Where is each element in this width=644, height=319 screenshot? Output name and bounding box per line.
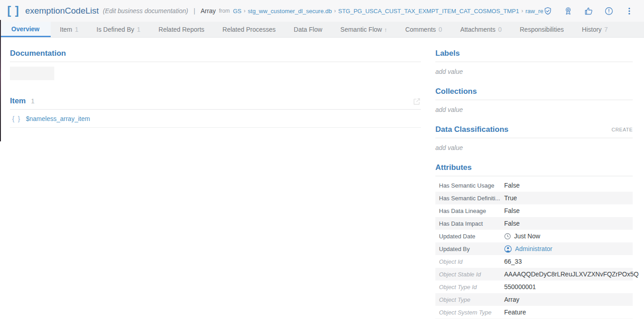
tab-item[interactable]: Item1 <box>51 22 87 37</box>
clock-icon <box>504 233 511 240</box>
attribute-value-text: False <box>504 220 520 227</box>
attribute-label: Has Semantic Usage <box>435 182 504 189</box>
attribute-value: Just Now <box>504 232 540 240</box>
tab-label: Data Flow <box>294 26 322 33</box>
tab-label: Responsibilities <box>520 26 564 33</box>
attribute-label: Object Type Id <box>435 284 504 290</box>
attribute-value: False <box>504 207 520 214</box>
tab-count: 0 <box>439 26 442 33</box>
attribute-row: Has Semantic Definiti...True <box>435 192 633 204</box>
object-type-label: Array <box>200 7 215 14</box>
attributes-table: Has Semantic UsageFalseHas Semantic Defi… <box>435 179 633 319</box>
breadcrumb-separator: › <box>521 8 523 14</box>
attribute-value: AAAAQQDeDyC8rLReuJLXVZXNvFQZrPOx5Q <box>504 271 639 278</box>
attribute-row: Object Id66_33 <box>435 255 633 268</box>
attribute-row: Updated ByAdministrator <box>435 242 633 255</box>
attribute-value: 66_33 <box>504 258 522 265</box>
attribute-value-text: AAAAQQDeDyC8rLReuJLXVZXNvFQZrPOx5Q <box>504 271 639 278</box>
labels-title: Labels <box>435 49 460 58</box>
tab-label: Related Processes <box>223 26 276 33</box>
attribute-row: Object System TypeFeature <box>435 306 633 319</box>
attribute-value-text: 550000001 <box>504 283 536 290</box>
tab-semantic-flow[interactable]: Semantic Flow↑ <box>331 22 396 37</box>
attribute-value: False <box>504 182 520 189</box>
side-panel: Labels add value Collections add value D… <box>435 49 633 319</box>
app-header: [] exemptionCodeList (Edit business docu… <box>0 0 644 22</box>
breadcrumb-item[interactable]: GS <box>233 8 242 14</box>
tab-count: 1 <box>137 26 141 33</box>
item-section-count: 1 <box>31 97 34 105</box>
attribute-value-text: Just Now <box>514 232 540 240</box>
attribute-value-text: False <box>504 182 520 189</box>
tab-is-defined-by[interactable]: Is Defined By1 <box>87 22 149 37</box>
breadcrumb: GS›stg_ww_customer_dl_secure.db›STG_PG_U… <box>233 8 543 14</box>
attribute-row: Object Stable IdAAAAQQDeDyC8rLReuJLXVZXN… <box>435 268 633 280</box>
header-divider: | <box>194 7 196 14</box>
collections-add-value[interactable]: add value <box>435 106 633 113</box>
item-section-title: Item <box>10 97 26 105</box>
object-braces-icon: { } <box>12 115 21 122</box>
attribute-label: Object System Type <box>435 309 504 316</box>
tab-related-reports[interactable]: Related Reports <box>149 22 213 37</box>
breadcrumb-item[interactable]: raw_record <box>525 8 543 14</box>
header-actions <box>543 6 637 16</box>
attribute-row: Has Data ImpactFalse <box>435 217 633 230</box>
labels-add-value[interactable]: add value <box>435 68 633 75</box>
attribute-value-text: Feature <box>504 309 526 316</box>
documentation-section: Documentation <box>10 49 421 80</box>
attribute-label: Has Semantic Definiti... <box>435 195 504 202</box>
attribute-label: Object Id <box>435 258 504 265</box>
tab-count: 0 <box>498 26 502 33</box>
main-column: Documentation Item 1 { } $nameless <box>10 49 421 128</box>
attribute-row: Object TypeArray <box>435 293 633 306</box>
classifications-add-value[interactable]: add value <box>435 144 633 151</box>
alert-circle-icon[interactable] <box>604 6 614 16</box>
breadcrumb-item[interactable]: STG_PG_USCA_CUST_TAX_EXMPT_ITEM_CAT_COSM… <box>338 8 519 14</box>
item-link[interactable]: $nameless_array_item <box>26 115 90 122</box>
tab-count: 7 <box>604 26 608 33</box>
documentation-redacted-block <box>10 67 54 80</box>
tab-comments[interactable]: Comments0 <box>396 22 451 37</box>
page-title: exemptionCodeList <box>25 6 99 16</box>
tab-related-processes[interactable]: Related Processes <box>214 22 285 37</box>
tab-label: Attachments <box>460 26 496 33</box>
content: Documentation Item 1 { } $nameless <box>0 38 644 319</box>
tab-label: Semantic Flow <box>340 26 382 33</box>
breadcrumb-item[interactable]: stg_ww_customer_dl_secure.db <box>248 8 332 14</box>
attribute-value: Feature <box>504 309 526 316</box>
item-row[interactable]: { } $nameless_array_item <box>10 110 421 128</box>
attribute-value: 550000001 <box>504 283 536 290</box>
kebab-menu-icon[interactable] <box>625 6 634 16</box>
tab-responsibilities[interactable]: Responsibilities <box>511 22 573 37</box>
collections-section: Collections add value <box>435 87 633 113</box>
tab-label: Comments <box>405 26 436 33</box>
attribute-value-text: False <box>504 207 520 214</box>
attribute-value: False <box>504 220 520 227</box>
documentation-title: Documentation <box>10 49 66 58</box>
attribute-value-text: True <box>504 194 517 202</box>
data-classifications-title: Data Classifications <box>435 125 509 134</box>
tab-data-flow[interactable]: Data Flow <box>285 22 331 37</box>
screen-edge-artifact <box>0 20 1 141</box>
arrow-up-icon: ↑ <box>384 26 387 33</box>
attribute-row: Has Data LineageFalse <box>435 204 633 217</box>
breadcrumb-separator: › <box>244 8 246 14</box>
thumbs-up-icon[interactable] <box>584 6 593 16</box>
array-brackets-icon: [] <box>7 5 19 16</box>
tab-count: 1 <box>75 26 79 33</box>
attributes-title: Attributes <box>435 163 472 172</box>
open-in-new-icon[interactable] <box>413 97 421 106</box>
attribute-label: Has Data Impact <box>435 220 504 227</box>
user-icon <box>504 245 512 253</box>
shield-check-icon[interactable] <box>543 6 553 16</box>
tab-overview[interactable]: Overview <box>0 22 51 37</box>
tab-history[interactable]: History7 <box>573 22 617 37</box>
tab-label: Is Defined By <box>96 26 134 33</box>
tab-label: Overview <box>11 25 39 33</box>
attribute-value[interactable]: Administrator <box>504 245 552 253</box>
medal-icon[interactable] <box>563 6 573 16</box>
labels-section: Labels add value <box>435 49 633 75</box>
tab-attachments[interactable]: Attachments0 <box>451 22 511 37</box>
edit-documentation-hint[interactable]: (Edit business documentation) <box>103 7 188 14</box>
create-classification-button[interactable]: CREATE <box>611 127 633 132</box>
